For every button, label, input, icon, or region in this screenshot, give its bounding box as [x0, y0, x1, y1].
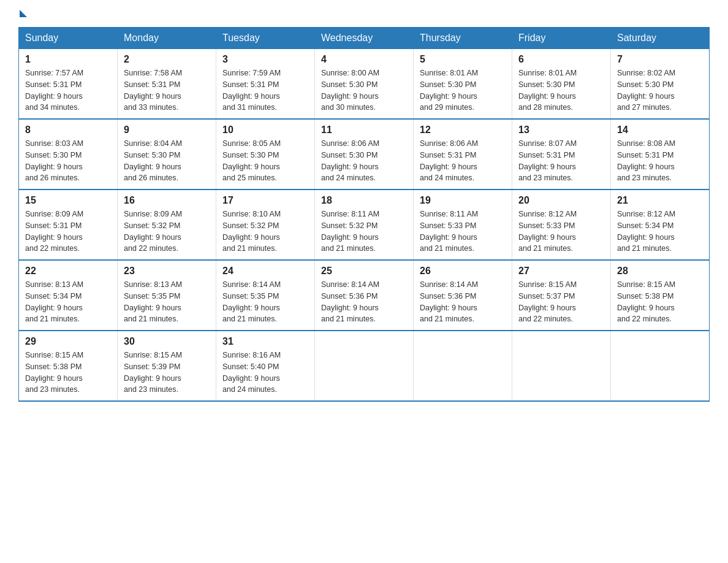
- day-info: Sunrise: 7:58 AMSunset: 5:31 PMDaylight:…: [124, 69, 182, 112]
- day-info: Sunrise: 8:12 AMSunset: 5:33 PMDaylight:…: [518, 210, 577, 253]
- day-number: 3: [222, 54, 308, 65]
- day-number: 28: [617, 266, 703, 277]
- day-number: 25: [321, 266, 407, 277]
- calendar-day-cell: 4 Sunrise: 8:00 AMSunset: 5:30 PMDayligh…: [315, 49, 414, 120]
- day-number: 5: [420, 54, 506, 65]
- day-info: Sunrise: 8:14 AMSunset: 5:36 PMDaylight:…: [321, 280, 379, 323]
- calendar-day-cell: 18 Sunrise: 8:11 AMSunset: 5:32 PMDaylig…: [315, 190, 414, 260]
- col-header-monday: Monday: [118, 28, 216, 49]
- calendar-day-cell: 6 Sunrise: 8:01 AMSunset: 5:30 PMDayligh…: [512, 49, 611, 120]
- day-number: 1: [25, 54, 111, 65]
- calendar-day-cell: 20 Sunrise: 8:12 AMSunset: 5:33 PMDaylig…: [512, 190, 611, 260]
- calendar-day-cell: [611, 331, 710, 401]
- calendar-day-cell: 10 Sunrise: 8:05 AMSunset: 5:30 PMDaylig…: [216, 119, 315, 190]
- calendar-day-cell: 27 Sunrise: 8:15 AMSunset: 5:37 PMDaylig…: [512, 260, 611, 331]
- day-number: 16: [124, 195, 210, 206]
- day-info: Sunrise: 8:13 AMSunset: 5:35 PMDaylight:…: [124, 280, 182, 323]
- day-number: 12: [420, 124, 506, 136]
- calendar-week-row: 8 Sunrise: 8:03 AMSunset: 5:30 PMDayligh…: [19, 119, 710, 190]
- page-header: [18, 12, 710, 15]
- calendar-day-cell: 16 Sunrise: 8:09 AMSunset: 5:32 PMDaylig…: [118, 190, 216, 260]
- calendar-day-cell: 25 Sunrise: 8:14 AMSunset: 5:36 PMDaylig…: [315, 260, 414, 331]
- day-info: Sunrise: 8:14 AMSunset: 5:36 PMDaylight:…: [420, 280, 478, 323]
- day-info: Sunrise: 8:06 AMSunset: 5:31 PMDaylight:…: [420, 139, 478, 182]
- calendar-day-cell: 30 Sunrise: 8:15 AMSunset: 5:39 PMDaylig…: [118, 331, 216, 401]
- day-number: 15: [25, 195, 111, 206]
- day-info: Sunrise: 7:59 AMSunset: 5:31 PMDaylight:…: [222, 69, 281, 112]
- day-info: Sunrise: 8:15 AMSunset: 5:38 PMDaylight:…: [25, 351, 83, 394]
- day-number: 8: [25, 124, 111, 136]
- day-info: Sunrise: 8:06 AMSunset: 5:30 PMDaylight:…: [321, 139, 379, 182]
- col-header-wednesday: Wednesday: [315, 28, 414, 49]
- day-info: Sunrise: 8:15 AMSunset: 5:38 PMDaylight:…: [617, 280, 675, 323]
- calendar-day-cell: 2 Sunrise: 7:58 AMSunset: 5:31 PMDayligh…: [118, 49, 216, 120]
- calendar-day-cell: 23 Sunrise: 8:13 AMSunset: 5:35 PMDaylig…: [118, 260, 216, 331]
- day-number: 26: [420, 266, 506, 277]
- day-number: 22: [25, 266, 111, 277]
- day-number: 18: [321, 195, 407, 206]
- day-info: Sunrise: 8:07 AMSunset: 5:31 PMDaylight:…: [518, 139, 577, 182]
- calendar-day-cell: 24 Sunrise: 8:14 AMSunset: 5:35 PMDaylig…: [216, 260, 315, 331]
- calendar-day-cell: 19 Sunrise: 8:11 AMSunset: 5:33 PMDaylig…: [414, 190, 512, 260]
- calendar-table: SundayMondayTuesdayWednesdayThursdayFrid…: [18, 27, 710, 402]
- calendar-day-cell: 9 Sunrise: 8:04 AMSunset: 5:30 PMDayligh…: [118, 119, 216, 190]
- day-info: Sunrise: 8:11 AMSunset: 5:32 PMDaylight:…: [321, 210, 379, 253]
- calendar-day-cell: [512, 331, 611, 401]
- day-number: 21: [617, 195, 703, 206]
- calendar-week-row: 29 Sunrise: 8:15 AMSunset: 5:38 PMDaylig…: [19, 331, 710, 401]
- col-header-friday: Friday: [512, 28, 611, 49]
- day-number: 24: [222, 266, 308, 277]
- day-info: Sunrise: 8:11 AMSunset: 5:33 PMDaylight:…: [420, 210, 478, 253]
- calendar-day-cell: 8 Sunrise: 8:03 AMSunset: 5:30 PMDayligh…: [19, 119, 118, 190]
- col-header-thursday: Thursday: [414, 28, 512, 49]
- calendar-day-cell: 7 Sunrise: 8:02 AMSunset: 5:30 PMDayligh…: [611, 49, 710, 120]
- calendar-day-cell: 15 Sunrise: 8:09 AMSunset: 5:31 PMDaylig…: [19, 190, 118, 260]
- day-info: Sunrise: 8:15 AMSunset: 5:39 PMDaylight:…: [124, 351, 182, 394]
- calendar-day-cell: 29 Sunrise: 8:15 AMSunset: 5:38 PMDaylig…: [19, 331, 118, 401]
- calendar-header-row: SundayMondayTuesdayWednesdayThursdayFrid…: [19, 28, 710, 49]
- day-number: 9: [124, 124, 210, 136]
- day-number: 19: [420, 195, 506, 206]
- calendar-day-cell: 17 Sunrise: 8:10 AMSunset: 5:32 PMDaylig…: [216, 190, 315, 260]
- calendar-day-cell: 13 Sunrise: 8:07 AMSunset: 5:31 PMDaylig…: [512, 119, 611, 190]
- day-number: 14: [617, 124, 703, 136]
- col-header-tuesday: Tuesday: [216, 28, 315, 49]
- day-number: 31: [222, 336, 308, 347]
- day-info: Sunrise: 8:10 AMSunset: 5:32 PMDaylight:…: [222, 210, 281, 253]
- calendar-day-cell: 5 Sunrise: 8:01 AMSunset: 5:30 PMDayligh…: [414, 49, 512, 120]
- calendar-day-cell: 12 Sunrise: 8:06 AMSunset: 5:31 PMDaylig…: [414, 119, 512, 190]
- calendar-day-cell: 1 Sunrise: 7:57 AMSunset: 5:31 PMDayligh…: [19, 49, 118, 120]
- day-number: 2: [124, 54, 210, 65]
- day-info: Sunrise: 8:00 AMSunset: 5:30 PMDaylight:…: [321, 69, 379, 112]
- day-info: Sunrise: 8:12 AMSunset: 5:34 PMDaylight:…: [617, 210, 675, 253]
- day-info: Sunrise: 8:01 AMSunset: 5:30 PMDaylight:…: [518, 69, 577, 112]
- day-number: 29: [25, 336, 111, 347]
- calendar-day-cell: 21 Sunrise: 8:12 AMSunset: 5:34 PMDaylig…: [611, 190, 710, 260]
- calendar-day-cell: 28 Sunrise: 8:15 AMSunset: 5:38 PMDaylig…: [611, 260, 710, 331]
- day-number: 30: [124, 336, 210, 347]
- col-header-saturday: Saturday: [611, 28, 710, 49]
- day-info: Sunrise: 8:14 AMSunset: 5:35 PMDaylight:…: [222, 280, 281, 323]
- calendar-day-cell: 26 Sunrise: 8:14 AMSunset: 5:36 PMDaylig…: [414, 260, 512, 331]
- day-info: Sunrise: 8:16 AMSunset: 5:40 PMDaylight:…: [222, 351, 281, 394]
- day-number: 27: [518, 266, 604, 277]
- day-number: 17: [222, 195, 308, 206]
- day-info: Sunrise: 8:08 AMSunset: 5:31 PMDaylight:…: [617, 139, 675, 182]
- day-info: Sunrise: 8:01 AMSunset: 5:30 PMDaylight:…: [420, 69, 478, 112]
- day-number: 7: [617, 54, 703, 65]
- calendar-week-row: 22 Sunrise: 8:13 AMSunset: 5:34 PMDaylig…: [19, 260, 710, 331]
- day-number: 10: [222, 124, 308, 136]
- day-info: Sunrise: 8:13 AMSunset: 5:34 PMDaylight:…: [25, 280, 83, 323]
- day-info: Sunrise: 8:15 AMSunset: 5:37 PMDaylight:…: [518, 280, 577, 323]
- logo-arrow-icon: [20, 10, 27, 17]
- day-number: 6: [518, 54, 604, 65]
- calendar-day-cell: [315, 331, 414, 401]
- day-info: Sunrise: 8:09 AMSunset: 5:31 PMDaylight:…: [25, 210, 83, 253]
- calendar-day-cell: 22 Sunrise: 8:13 AMSunset: 5:34 PMDaylig…: [19, 260, 118, 331]
- day-info: Sunrise: 8:03 AMSunset: 5:30 PMDaylight:…: [25, 139, 83, 182]
- day-info: Sunrise: 8:09 AMSunset: 5:32 PMDaylight:…: [124, 210, 182, 253]
- day-number: 11: [321, 124, 407, 136]
- day-number: 20: [518, 195, 604, 206]
- calendar-week-row: 15 Sunrise: 8:09 AMSunset: 5:31 PMDaylig…: [19, 190, 710, 260]
- day-info: Sunrise: 7:57 AMSunset: 5:31 PMDaylight:…: [25, 69, 83, 112]
